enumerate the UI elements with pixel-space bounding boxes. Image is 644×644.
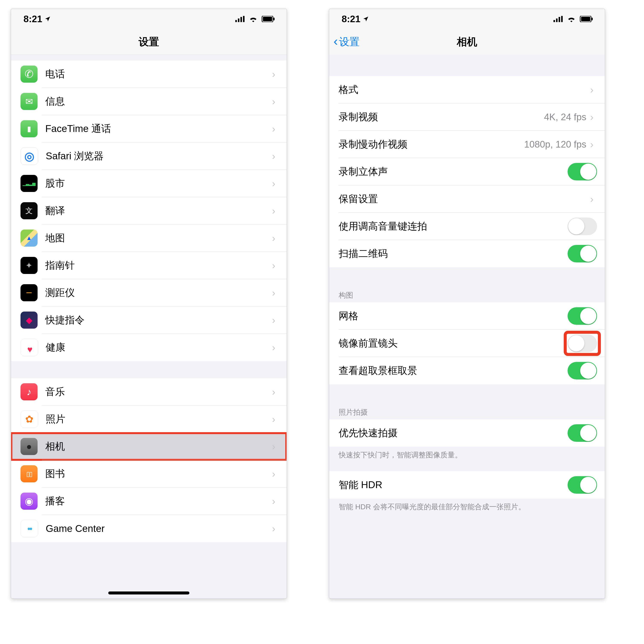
settings-row-stocks[interactable]: 股市 › xyxy=(11,170,287,197)
cell-volume-burst[interactable]: 使用调高音量键连拍 xyxy=(329,213,605,240)
chevron-right-icon: › xyxy=(272,232,279,244)
settings-row-camera[interactable]: 相机 › xyxy=(11,433,287,460)
cell-label: 录制视频 xyxy=(339,110,544,124)
camera-settings-list[interactable]: 格式 › 录制视频 4K, 24 fps› 录制慢动作视频 1080p, 120… xyxy=(329,55,605,598)
cell-formats[interactable]: 格式 › xyxy=(329,76,605,103)
facetime-icon xyxy=(20,120,38,137)
settings-row-label: 快捷指令 xyxy=(45,313,272,327)
settings-row-label: FaceTime 通话 xyxy=(45,122,272,135)
cellular-icon xyxy=(235,16,246,22)
settings-row-label: 照片 xyxy=(46,413,272,426)
settings-row-translate[interactable]: 翻译 › xyxy=(11,197,287,224)
cell-detail: 4K, 24 fps xyxy=(544,112,586,122)
toggle-view-outside[interactable] xyxy=(568,362,597,379)
settings-row-phone[interactable]: 电话 › xyxy=(11,60,287,88)
svg-rect-2 xyxy=(240,17,242,22)
chevron-right-icon: › xyxy=(272,386,279,398)
measure-icon xyxy=(20,284,38,301)
toggle-prioritize-fast[interactable] xyxy=(568,424,597,442)
settings-row-label: 播客 xyxy=(45,495,272,508)
cell-grid[interactable]: 网格 xyxy=(329,302,605,330)
svg-rect-3 xyxy=(243,16,244,22)
settings-row-maps[interactable]: 地图 › xyxy=(11,224,287,252)
chevron-right-icon: › xyxy=(272,342,279,353)
status-time: 8:21 xyxy=(342,14,360,24)
gamecenter-icon xyxy=(20,520,38,537)
cell-preserve[interactable]: 保留设置 › xyxy=(329,185,605,213)
toggle-stereo[interactable] xyxy=(568,163,597,180)
location-icon xyxy=(44,16,51,22)
cell-record-slomo[interactable]: 录制慢动作视频 1080p, 120 fps› xyxy=(329,131,605,158)
settings-row-books[interactable]: 图书 › xyxy=(11,460,287,487)
settings-row-gamecenter[interactable]: Game Center › xyxy=(11,515,287,542)
settings-row-podcasts[interactable]: 播客 › xyxy=(11,487,287,515)
settings-row-label: Game Center xyxy=(46,523,272,534)
group-gap xyxy=(11,55,287,60)
podcasts-icon xyxy=(20,493,38,510)
section-header: 照片拍摄 xyxy=(329,404,605,419)
settings-row-label: 地图 xyxy=(45,231,272,245)
cell-label: 格式 xyxy=(339,83,590,96)
chevron-right-icon: › xyxy=(272,205,279,217)
svg-rect-7 xyxy=(553,20,555,22)
translate-icon xyxy=(20,202,38,219)
stocks-icon xyxy=(20,175,38,192)
back-button[interactable]: ‹ 设置 xyxy=(334,29,360,55)
settings-list[interactable]: 电话 › 信息 › FaceTime 通话 › Safari 浏览器 › xyxy=(11,55,287,598)
chevron-right-icon: › xyxy=(272,123,279,135)
chevron-right-icon: › xyxy=(272,260,279,271)
settings-row-facetime[interactable]: FaceTime 通话 › xyxy=(11,115,287,142)
svg-rect-0 xyxy=(235,20,237,22)
cell-scan-qr[interactable]: 扫描二维码 xyxy=(329,240,605,267)
chevron-right-icon: › xyxy=(272,150,279,162)
chevron-right-icon: › xyxy=(590,111,597,123)
chevron-right-icon: › xyxy=(272,523,279,534)
cell-view-outside[interactable]: 查看超取景框取景 xyxy=(329,357,605,384)
section-header: 构图 xyxy=(329,287,605,302)
settings-row-messages[interactable]: 信息 › xyxy=(11,88,287,115)
settings-row-safari[interactable]: Safari 浏览器 › xyxy=(11,142,287,170)
settings-row-label: 股市 xyxy=(45,177,272,190)
cell-record-video[interactable]: 录制视频 4K, 24 fps› xyxy=(329,103,605,131)
home-indicator[interactable] xyxy=(108,591,189,594)
chevron-right-icon: › xyxy=(272,178,279,189)
cell-label: 查看超取景框取景 xyxy=(339,364,568,377)
group-gap xyxy=(329,461,605,471)
svg-rect-5 xyxy=(263,17,272,21)
settings-row-label: 相机 xyxy=(45,440,272,453)
toggle-mirror-front[interactable] xyxy=(568,335,597,352)
settings-row-compass[interactable]: 指南针 › xyxy=(11,252,287,279)
cell-prioritize-fast[interactable]: 优先快速拍摄 xyxy=(329,419,605,447)
toggle-volume-burst[interactable] xyxy=(568,218,597,235)
svg-rect-9 xyxy=(559,17,560,22)
settings-row-music[interactable]: 音乐 › xyxy=(11,378,287,405)
nav-bar: 设置 xyxy=(11,29,287,55)
cell-label: 优先快速拍摄 xyxy=(339,426,568,440)
section-footer: 智能 HDR 会将不同曝光度的最佳部分智能合成一张照片。 xyxy=(329,499,605,513)
camera-settings-screen: 8:21 ‹ 设置 相机 格式 › 录制视频 4K, 24 fps› 录制慢动作… xyxy=(329,9,605,599)
settings-row-label: 音乐 xyxy=(45,385,272,398)
shortcuts-icon xyxy=(20,312,38,329)
battery-icon xyxy=(261,16,276,22)
toggle-scan-qr[interactable] xyxy=(568,245,597,262)
chevron-right-icon: › xyxy=(272,495,279,507)
cell-smart-hdr[interactable]: 智能 HDR xyxy=(329,471,605,499)
nav-title: 相机 xyxy=(457,35,477,49)
settings-row-shortcuts[interactable]: 快捷指令 › xyxy=(11,306,287,334)
health-icon xyxy=(20,339,38,356)
group-gap xyxy=(11,361,287,378)
toggle-smart-hdr[interactable] xyxy=(568,476,597,494)
camera-icon xyxy=(20,438,38,455)
chevron-right-icon: › xyxy=(272,413,279,425)
cell-mirror-front[interactable]: 镜像前置镜头 xyxy=(329,330,605,357)
settings-row-health[interactable]: 健康 › xyxy=(11,334,287,361)
settings-row-measure[interactable]: 测距仪 › xyxy=(11,279,287,306)
toggle-grid[interactable] xyxy=(568,307,597,325)
cell-stereo[interactable]: 录制立体声 xyxy=(329,158,605,185)
chevron-right-icon: › xyxy=(272,468,279,480)
group-gap xyxy=(329,384,605,404)
chevron-left-icon: ‹ xyxy=(334,35,338,48)
status-bar: 8:21 xyxy=(329,9,605,29)
settings-row-label: 测距仪 xyxy=(45,286,272,299)
settings-row-photos[interactable]: 照片 › xyxy=(11,405,287,433)
